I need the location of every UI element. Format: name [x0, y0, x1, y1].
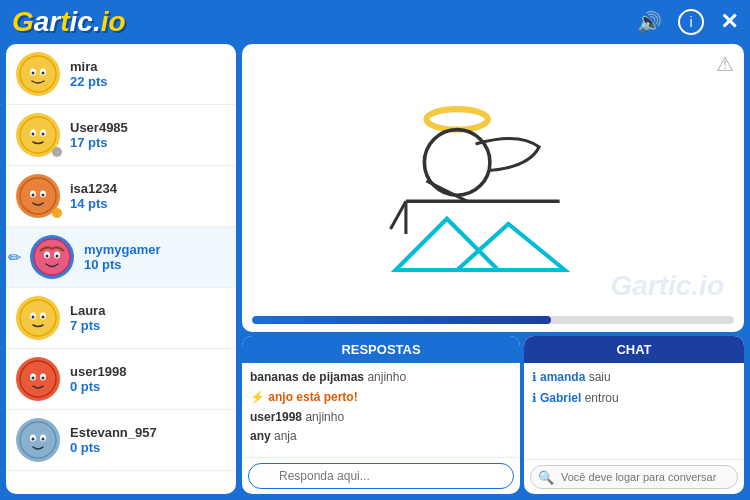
- player-item: Laura 7 pts: [6, 288, 236, 349]
- player-pts: 22 pts: [70, 74, 108, 89]
- close-icon[interactable]: ✕: [720, 9, 738, 35]
- player-pts: 14 pts: [70, 196, 117, 211]
- svg-point-5: [20, 117, 56, 153]
- svg-point-20: [20, 300, 56, 336]
- resp-message-highlight: ⚡ anjo está perto!: [250, 389, 512, 406]
- svg-point-33: [32, 438, 35, 441]
- svg-point-19: [56, 255, 59, 258]
- player-name-active: mymygamer: [84, 242, 161, 257]
- player-name: User4985: [70, 120, 128, 135]
- svg-point-15: [34, 239, 70, 275]
- player-name: Estevann_957: [70, 425, 157, 440]
- player-pts: 7 pts: [70, 318, 105, 333]
- progress-bar-container: [252, 316, 734, 324]
- svg-point-4: [42, 72, 45, 75]
- player-name: isa1234: [70, 181, 117, 196]
- right-panel: ⚠ Gartic.io: [242, 44, 744, 494]
- svg-point-13: [32, 194, 35, 197]
- player-info: Estevann_957 0 pts: [70, 425, 157, 455]
- chat-panel: CHAT ℹamanda saiu ℹGabriel entrou 🔍: [524, 336, 744, 494]
- svg-point-28: [32, 377, 35, 380]
- svg-point-18: [46, 255, 49, 258]
- player-pts: 0 pts: [70, 440, 157, 455]
- resp-message: any anja: [250, 428, 512, 445]
- chat-message: ℹGabriel entrou: [532, 390, 736, 407]
- svg-point-10: [20, 178, 56, 214]
- info-icon[interactable]: i: [678, 9, 704, 35]
- svg-point-30: [20, 422, 56, 458]
- player-item-active: ✏ mymygamer 10 pts: [6, 227, 236, 288]
- progress-bar-fill: [252, 316, 551, 324]
- avatar: [30, 235, 74, 279]
- respostas-input[interactable]: [248, 463, 514, 489]
- player-info: Laura 7 pts: [70, 303, 105, 333]
- bottom-panels: RESPOSTAS bananas de pijamas anjinho ⚡ a…: [242, 336, 744, 494]
- player-pts: 17 pts: [70, 135, 128, 150]
- svg-point-9: [42, 133, 45, 136]
- logo: Gartic.io: [12, 6, 126, 38]
- resp-message: bananas de pijamas anjinho: [250, 369, 512, 386]
- svg-point-34: [42, 438, 45, 441]
- svg-point-25: [20, 361, 56, 397]
- svg-point-3: [32, 72, 35, 75]
- respostas-header: RESPOSTAS: [242, 336, 520, 363]
- player-name: user1998: [70, 364, 126, 379]
- sidebar: mira 22 pts User4985 17 pts: [6, 44, 236, 494]
- svg-point-14: [42, 194, 45, 197]
- player-pts: 10 pts: [84, 257, 161, 272]
- header: Gartic.io 🔊 i ✕: [0, 0, 750, 44]
- respostas-messages: bananas de pijamas anjinho ⚡ anjo está p…: [242, 363, 520, 457]
- chat-input-row: 🔍: [524, 459, 744, 494]
- avatar: [16, 418, 60, 462]
- player-info: mymygamer 10 pts: [84, 242, 161, 272]
- status-dot: [52, 147, 62, 157]
- player-info: isa1234 14 pts: [70, 181, 117, 211]
- volume-icon[interactable]: 🔊: [637, 10, 662, 34]
- svg-point-23: [32, 316, 35, 319]
- chat-message: ℹamanda saiu: [532, 369, 736, 386]
- player-item: user1998 0 pts: [6, 349, 236, 410]
- avatar: [16, 296, 60, 340]
- drawing-indicator: ✏: [8, 248, 21, 267]
- player-item: User4985 17 pts: [6, 105, 236, 166]
- svg-point-35: [426, 109, 487, 129]
- avatar: [16, 357, 60, 401]
- chat-input-wrapper: 🔍: [530, 465, 738, 489]
- main-layout: mira 22 pts User4985 17 pts: [0, 44, 750, 500]
- header-controls: 🔊 i ✕: [637, 9, 738, 35]
- svg-point-0: [20, 56, 56, 92]
- resp-message: user1998 anjinho: [250, 409, 512, 426]
- status-dot: [52, 208, 62, 218]
- avatar: [16, 52, 60, 96]
- player-item: Estevann_957 0 pts: [6, 410, 236, 471]
- svg-line-38: [426, 181, 467, 201]
- respostas-input-row: ✏: [242, 457, 520, 494]
- watermark: Gartic.io: [610, 270, 724, 302]
- player-item: isa1234 14 pts: [6, 166, 236, 227]
- svg-point-24: [42, 316, 45, 319]
- player-item: mira 22 pts: [6, 44, 236, 105]
- warning-icon[interactable]: ⚠: [716, 52, 734, 76]
- svg-line-39: [391, 201, 406, 229]
- svg-point-8: [32, 133, 35, 136]
- svg-point-29: [42, 377, 45, 380]
- chat-input[interactable]: [530, 465, 738, 489]
- player-info: mira 22 pts: [70, 59, 108, 89]
- player-info: user1998 0 pts: [70, 364, 126, 394]
- respostas-panel: RESPOSTAS bananas de pijamas anjinho ⚡ a…: [242, 336, 520, 494]
- search-icon: 🔍: [538, 470, 554, 485]
- player-pts: 0 pts: [70, 379, 126, 394]
- player-info: User4985 17 pts: [70, 120, 128, 150]
- chat-header: CHAT: [524, 336, 744, 363]
- player-name: mira: [70, 59, 108, 74]
- drawing-area: ⚠ Gartic.io: [242, 44, 744, 332]
- chat-messages: ℹamanda saiu ℹGabriel entrou: [524, 363, 744, 459]
- player-name: Laura: [70, 303, 105, 318]
- respostas-input-wrapper: ✏: [248, 463, 514, 489]
